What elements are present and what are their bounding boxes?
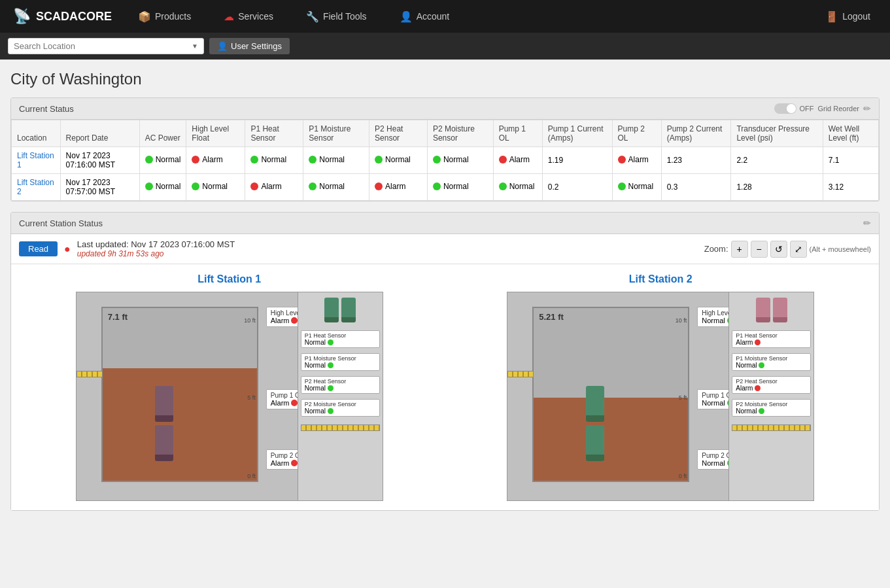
pump1-ol-cell: Normal bbox=[493, 174, 542, 201]
col-high-level-float: High Level Float bbox=[186, 120, 245, 147]
wet-well-ft-1: 7.1 ft bbox=[108, 312, 128, 322]
table-row: Lift Station 2 Nov 17 2023 07:57:00 MST … bbox=[12, 174, 879, 201]
toggle-track bbox=[774, 103, 796, 114]
p1heat-status-2: Alarm bbox=[736, 339, 807, 346]
pump1-ol-cell: Alarm bbox=[493, 147, 542, 174]
high-level-float-cell: Alarm bbox=[186, 147, 245, 174]
logout-icon: 🚪 bbox=[825, 10, 838, 23]
status-badge: Normal bbox=[192, 182, 228, 191]
pump2-shape-2 bbox=[586, 425, 604, 461]
p1moist-status-1: Normal bbox=[305, 362, 376, 369]
p2heat-label-2: P2 Heat Sensor bbox=[736, 378, 807, 385]
location-cell[interactable]: Lift Station 1 bbox=[12, 147, 61, 174]
nav-logout[interactable]: 🚪 Logout bbox=[819, 0, 877, 33]
products-icon: 📦 bbox=[138, 10, 151, 23]
pump-right-2-1 bbox=[341, 298, 356, 322]
discharge-pipe-1 bbox=[301, 424, 380, 431]
p1heat-text-1: Normal bbox=[305, 339, 326, 346]
off-label: OFF bbox=[799, 105, 813, 112]
services-icon: ☁ bbox=[224, 10, 234, 23]
nav-field-tools[interactable]: 🔧 Field Tools bbox=[300, 0, 373, 33]
logo-text: SCADACORE bbox=[36, 10, 112, 24]
pump2-ol-cell: Normal bbox=[612, 174, 661, 201]
p2moist-dot-1 bbox=[328, 408, 334, 414]
user-settings-button[interactable]: 👤 User Settings bbox=[209, 38, 290, 54]
location-cell[interactable]: Lift Station 2 bbox=[12, 174, 61, 201]
pump1-current-cell: 1.19 bbox=[542, 147, 612, 174]
p2-heat-cell: Alarm bbox=[369, 174, 428, 201]
col-transducer: Transducer Pressure Level (psi) bbox=[731, 120, 823, 147]
main-content: City of Washington Current Status OFF Gr… bbox=[0, 60, 890, 532]
lift-station-2-diagram: Lift Station 2 5.21 ft 10 ft 5 ft 0 ft bbox=[452, 273, 870, 501]
status-badge: Alarm bbox=[499, 155, 530, 164]
col-ac-power: AC Power bbox=[139, 120, 186, 147]
p1ol-status-text-2: Normal bbox=[702, 399, 725, 407]
nav-services-label: Services bbox=[238, 11, 273, 22]
scale-10ft-1: 10 ft bbox=[244, 317, 257, 324]
p1heat-label-2: P1 Heat Sensor bbox=[736, 332, 807, 339]
nav-logout-label: Logout bbox=[842, 11, 870, 22]
status-badge: Normal bbox=[309, 155, 345, 164]
pump1-shape-1 bbox=[155, 386, 173, 422]
col-p2-moisture: P2 Moisture Sensor bbox=[427, 120, 493, 147]
status-badge: Normal bbox=[145, 155, 181, 164]
edit-icon[interactable]: ✏ bbox=[863, 103, 871, 114]
col-p2-heat: P2 Heat Sensor bbox=[369, 120, 428, 147]
zoom-out-button[interactable]: − bbox=[751, 241, 768, 258]
toggle-thumb bbox=[787, 104, 796, 113]
p2moist-status-1: Normal bbox=[305, 407, 376, 415]
pump2-current-cell: 1.23 bbox=[661, 147, 731, 174]
update-info: Last updated: Nov 17 2023 07:16:00 MST u… bbox=[77, 239, 235, 258]
station-edit-icon[interactable]: ✏ bbox=[863, 218, 871, 228]
user-settings-label: User Settings bbox=[231, 41, 282, 51]
col-report-date: Report Date bbox=[60, 120, 139, 147]
pump-right-2-2 bbox=[773, 298, 787, 322]
status-badge: Normal bbox=[433, 155, 469, 164]
right-sensors-2: P1 Heat Sensor Alarm P1 Moisture Sensor … bbox=[728, 292, 813, 500]
p1-moisture-panel-1: P1 Moisture Sensor Normal bbox=[301, 353, 380, 371]
search-location-box[interactable]: ▼ bbox=[8, 38, 204, 54]
zoom-in-button[interactable]: + bbox=[731, 241, 748, 258]
header: 📡 SCADACORE 📦 Products ☁ Services 🔧 Fiel… bbox=[0, 0, 890, 33]
p2moist-dot-2 bbox=[759, 408, 764, 414]
pump-icons-right-1 bbox=[301, 298, 380, 322]
status-badge: Normal bbox=[250, 155, 286, 164]
col-wet-well: Wet Well Level (ft) bbox=[823, 120, 878, 147]
nav-account-label: Account bbox=[417, 11, 450, 22]
p1ol-status-text-1: Alarm bbox=[271, 399, 290, 407]
discharge-pipe-2 bbox=[732, 424, 811, 431]
last-updated-text: Last updated: Nov 17 2023 07:16:00 MST bbox=[77, 239, 235, 249]
p1heat-dot-1 bbox=[328, 339, 334, 345]
current-status-header: Current Status OFF Grid Reorder ✏ bbox=[11, 98, 879, 120]
p2heat-status-1: Normal bbox=[305, 385, 376, 392]
p2moist-label-2: P2 Moisture Sensor bbox=[736, 401, 807, 407]
p2-moisture-cell: Normal bbox=[427, 174, 493, 201]
zoom-controls: Zoom: + − ↺ ⤢ (Alt + mousewheel) bbox=[704, 241, 871, 258]
p1-heat-panel-2: P1 Heat Sensor Alarm bbox=[732, 330, 811, 348]
zoom-fullscreen-button[interactable]: ⤢ bbox=[790, 241, 807, 258]
zoom-hint-text: (Alt + mousewheel) bbox=[810, 245, 871, 253]
nav-account[interactable]: 👤 Account bbox=[393, 0, 456, 33]
transducer-cell: 1.28 bbox=[731, 174, 823, 201]
pump2-shape-1 bbox=[155, 425, 173, 461]
p1heat-dot-2 bbox=[755, 339, 761, 345]
grid-toggle[interactable]: OFF bbox=[774, 103, 813, 114]
p1-heat-cell: Normal bbox=[245, 147, 303, 174]
read-button[interactable]: Read bbox=[19, 241, 58, 256]
status-badge: Normal bbox=[433, 182, 469, 191]
table-row: Lift Station 1 Nov 17 2023 07:16:00 MST … bbox=[12, 147, 879, 174]
zoom-reset-button[interactable]: ↺ bbox=[770, 241, 787, 258]
user-settings-icon: 👤 bbox=[217, 41, 228, 51]
status-badge: Alarm bbox=[375, 182, 405, 191]
p2-moisture-panel-1: P2 Moisture Sensor Normal bbox=[301, 399, 380, 417]
diagram-area: Lift Station 1 7.1 ft 10 ft 5 ft 0 ft bbox=[11, 264, 879, 510]
search-input[interactable] bbox=[14, 41, 192, 51]
current-status-panel: Current Status OFF Grid Reorder ✏ Locati… bbox=[10, 97, 880, 201]
nav-products[interactable]: 📦 Products bbox=[131, 0, 197, 33]
pump2-current-cell: 0.3 bbox=[661, 174, 731, 201]
p1moist-dot-1 bbox=[328, 362, 334, 368]
updated-ago-text: updated 9h 31m 53s ago bbox=[77, 249, 235, 258]
nav-services[interactable]: ☁ Services bbox=[217, 0, 280, 33]
p2moist-text-1: Normal bbox=[305, 407, 326, 415]
p2ol-status-text-1: Alarm bbox=[271, 459, 290, 467]
